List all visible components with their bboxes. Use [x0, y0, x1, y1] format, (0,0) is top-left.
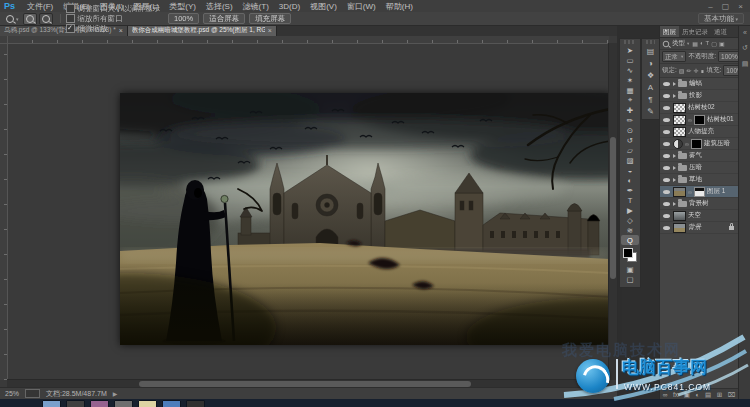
- menu-item[interactable]: 帮助(H): [381, 2, 418, 11]
- filter-smartobject-icon[interactable]: ▣: [719, 40, 725, 47]
- layer-row[interactable]: ∞图层 1: [660, 186, 738, 198]
- screen-mode-icon[interactable]: ▢: [621, 274, 639, 284]
- taskbar-window-thumbnail[interactable]: [138, 400, 157, 407]
- vertical-scrollbar-thumb[interactable]: [610, 137, 616, 279]
- layer-row[interactable]: 投影: [660, 90, 738, 102]
- lock-paint-icon[interactable]: ✏: [686, 67, 691, 74]
- filter-kind-dropdown[interactable]: 类型: [672, 39, 689, 48]
- layer-row[interactable]: ∞建筑压暗: [660, 138, 738, 150]
- layer-visibility-toggle[interactable]: [662, 142, 671, 146]
- menu-item[interactable]: 视图(V): [305, 2, 342, 11]
- option-checkbox[interactable]: 缩放所有窗口: [66, 14, 161, 24]
- layer-row[interactable]: 背景树: [660, 198, 738, 210]
- horizontal-ruler[interactable]: [7, 36, 609, 44]
- panel-tab-历史记录[interactable]: 历史记录: [679, 26, 711, 37]
- eyedropper-tool[interactable]: ⌖: [621, 95, 639, 105]
- layer-visibility-toggle[interactable]: [662, 190, 671, 194]
- layer-thumbnail[interactable]: [673, 103, 686, 113]
- shape-tool[interactable]: ◇: [621, 215, 639, 225]
- layer-row[interactable]: 天空: [660, 210, 738, 222]
- blur-tool[interactable]: ◒: [621, 165, 639, 175]
- layer-row[interactable]: 压暗: [660, 162, 738, 174]
- new-layer-icon[interactable]: ⊞: [717, 391, 722, 399]
- layer-visibility-toggle[interactable]: [662, 82, 671, 86]
- layer-visibility-toggle[interactable]: [662, 226, 671, 230]
- properties-panel-icon[interactable]: ▤: [742, 60, 749, 68]
- menu-item[interactable]: 选择(S): [201, 2, 238, 11]
- type-tool[interactable]: T: [621, 195, 639, 205]
- gradient-tool[interactable]: ▨: [621, 155, 639, 165]
- taskbar-window-thumbnail[interactable]: [42, 400, 61, 407]
- menu-item[interactable]: 文件(F): [22, 2, 58, 11]
- expand-triangle-icon[interactable]: [673, 202, 676, 206]
- lock-all-icon[interactable]: ∎: [701, 67, 705, 74]
- status-menu-arrow[interactable]: ▶: [113, 390, 118, 397]
- healing-brush-tool[interactable]: ✚: [621, 105, 639, 115]
- color-swatches[interactable]: [623, 248, 637, 262]
- restore-button[interactable]: ▢: [722, 2, 730, 11]
- layer-thumbnail[interactable]: [673, 127, 686, 137]
- marquee-tool[interactable]: ▭: [621, 55, 639, 65]
- pen-tool[interactable]: ✒: [621, 185, 639, 195]
- panel-tab-通道[interactable]: 通道: [711, 26, 730, 37]
- canvas-artwork[interactable]: [120, 93, 610, 345]
- panel-tab-图层[interactable]: 图层: [660, 26, 679, 37]
- new-adjustment-icon[interactable]: ◐: [695, 391, 699, 398]
- expand-triangle-icon[interactable]: [673, 154, 676, 158]
- swatches-panel-icon[interactable]: ▤: [643, 45, 658, 57]
- layer-visibility-toggle[interactable]: [662, 154, 671, 158]
- layer-visibility-toggle[interactable]: [662, 130, 671, 134]
- layer-row[interactable]: 草地: [660, 174, 738, 186]
- option-checkbox[interactable]: 调整窗口大小以满屏显示: [66, 4, 161, 14]
- taskbar-window-thumbnail[interactable]: [114, 400, 133, 407]
- canvas-area[interactable]: 25% 文档:28.5M/487.7M ▶: [0, 36, 617, 399]
- new-group-icon[interactable]: ▤: [705, 391, 711, 399]
- history-brush-tool[interactable]: ↺: [621, 135, 639, 145]
- quick-mask-icon[interactable]: ▣: [621, 264, 639, 274]
- filter-adjustment-icon[interactable]: ◐: [700, 40, 704, 47]
- zoom-in-button[interactable]: [23, 13, 37, 25]
- layer-row[interactable]: ∞枯树枝01: [660, 114, 738, 126]
- layer-thumbnail[interactable]: [673, 211, 686, 221]
- character-panel-icon[interactable]: A: [643, 81, 658, 93]
- foreground-color-swatch[interactable]: [623, 248, 633, 258]
- history-panel-icon[interactable]: ↺: [742, 44, 748, 52]
- paragraph-panel-icon[interactable]: ¶: [643, 93, 658, 105]
- blend-mode-select[interactable]: 正常: [662, 51, 686, 62]
- collapse-dock-icon[interactable]: «: [743, 29, 747, 36]
- move-tool[interactable]: ➤: [621, 45, 639, 55]
- dock-grip[interactable]: [646, 40, 655, 44]
- menu-item[interactable]: 窗口(W): [342, 2, 381, 11]
- layer-visibility-toggle[interactable]: [662, 118, 671, 122]
- expand-triangle-icon[interactable]: [673, 166, 676, 170]
- eraser-tool[interactable]: ▱: [621, 145, 639, 155]
- layer-row[interactable]: 人物提亮: [660, 126, 738, 138]
- adjustment-layer-icon[interactable]: [673, 139, 683, 149]
- menu-item[interactable]: 3D(D): [274, 2, 305, 11]
- taskbar-window-thumbnail[interactable]: [90, 400, 109, 407]
- dodge-tool[interactable]: ◐: [621, 175, 639, 185]
- workspace-switcher[interactable]: 基本功能: [698, 13, 744, 24]
- layer-visibility-toggle[interactable]: [662, 202, 671, 206]
- layer-visibility-toggle[interactable]: [662, 178, 671, 182]
- taskbar-window-thumbnail[interactable]: [162, 400, 181, 407]
- zoom-out-button[interactable]: [39, 13, 53, 25]
- layer-mask-thumbnail[interactable]: [691, 139, 702, 149]
- fit-screen-button[interactable]: 适合屏幕: [203, 13, 245, 24]
- layer-thumbnail[interactable]: [673, 115, 686, 125]
- layer-visibility-toggle[interactable]: [662, 94, 671, 98]
- filter-pixel-icon[interactable]: ▦: [692, 40, 698, 47]
- fill-screen-button[interactable]: 填充屏幕: [249, 13, 291, 24]
- crop-tool[interactable]: ▦: [621, 85, 639, 95]
- layer-row[interactable]: 枯树枝02: [660, 102, 738, 114]
- layer-thumbnail[interactable]: [673, 187, 686, 197]
- zoom-level-field[interactable]: 25%: [5, 390, 19, 397]
- zoom-tool-preset[interactable]: [6, 15, 19, 23]
- layer-mask-thumbnail[interactable]: [694, 115, 705, 125]
- layer-visibility-toggle[interactable]: [662, 214, 671, 218]
- delete-layer-icon[interactable]: ⌧: [728, 391, 736, 399]
- vertical-ruler[interactable]: [0, 43, 8, 380]
- layer-row[interactable]: 雾气: [660, 150, 738, 162]
- filter-type-icon[interactable]: T: [706, 40, 710, 47]
- lock-transparent-icon[interactable]: ▨: [679, 67, 685, 74]
